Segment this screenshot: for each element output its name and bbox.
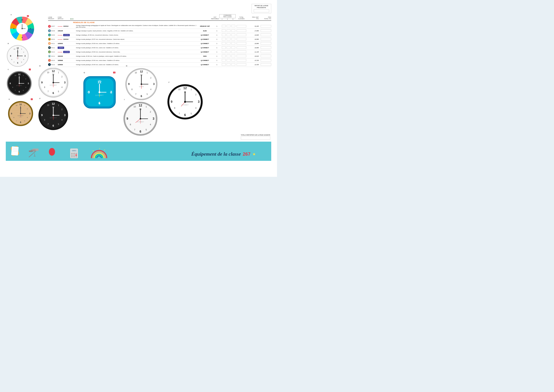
row-c1-d[interactable] (221, 38, 226, 41)
row-c3-d[interactable] (231, 38, 236, 41)
svg-text:8: 8 (44, 86, 45, 88)
svg-text:5: 5 (21, 61, 22, 63)
row-prix-total-g[interactable] (259, 50, 271, 53)
badge-d: D (48, 38, 51, 41)
row-c3-b[interactable] (231, 29, 236, 32)
row-c2-c[interactable] (226, 34, 231, 36)
product-row-c: C 90209 nouveau 103306 Horloge métalliqu… (48, 33, 271, 37)
row-c3-c[interactable] (231, 34, 236, 36)
row-cdt-d: 1 (213, 39, 221, 40)
svg-text:8: 8 (131, 88, 133, 91)
clock-b-item: B 12 6 9 3 11 10 1 2 4 5 7 8 (7, 45, 29, 68)
row-c1-b[interactable] (221, 29, 226, 32)
row-ligne-f: F 90212 (48, 46, 58, 49)
badge-i: I (48, 59, 51, 62)
row-prix-total-a[interactable] (259, 25, 271, 28)
row-c2-i[interactable] (226, 59, 231, 62)
row-c3-g[interactable] (231, 50, 236, 53)
header-eco: ECO (70, 18, 76, 20)
row-brand-c: Q-CONNECT (197, 34, 213, 36)
svg-text:10: 10 (178, 88, 180, 91)
svg-text:12: 12 (52, 70, 55, 73)
row-total-e[interactable] (236, 42, 247, 45)
row-c1-e[interactable] (221, 42, 226, 45)
row-prix-i: 13,72€ (247, 60, 259, 61)
row-prix-total-j[interactable] (259, 63, 271, 66)
footer-deco-rainbow: ★ ★ ★ (90, 147, 108, 160)
row-prix-total-c[interactable] (259, 34, 271, 36)
product-row-i: I 90215 165068 Horloge murale plastique,… (48, 58, 271, 63)
header-prix-total: PRIXTOTAL TTC (259, 16, 271, 20)
row-total-i[interactable] (236, 59, 247, 62)
svg-point-156 (140, 118, 141, 119)
row-prix-total-b[interactable] (259, 29, 271, 32)
badge-a: A (48, 25, 51, 28)
row-code-h: 102103 (58, 55, 70, 57)
svg-text:3: 3 (30, 28, 31, 30)
svg-text:2: 2 (150, 111, 151, 113)
row-c2-e[interactable] (226, 42, 231, 45)
row-c3-f[interactable] (231, 46, 236, 49)
row-total-c[interactable] (236, 34, 247, 36)
row-ligne-i: I 90215 (48, 59, 58, 62)
row-prix-total-i[interactable] (259, 59, 271, 62)
row-cdt-i: 1 (213, 60, 221, 61)
row-c1-c[interactable] (221, 34, 226, 36)
row-prix-total-h[interactable] (259, 55, 271, 57)
row-total-h[interactable] (236, 55, 247, 57)
svg-text:2: 2 (61, 76, 63, 78)
svg-text:12: 12 (139, 104, 142, 107)
row-brand-b: ALBA (197, 30, 213, 32)
row-c2-g[interactable] (226, 50, 231, 53)
row-c3-h[interactable] (231, 55, 236, 58)
row-c2-a[interactable] (226, 25, 231, 28)
row-desc-f: Horloge murale plastique, Ø 300 mm, colo… (76, 47, 197, 49)
row-c3-a[interactable] (231, 25, 236, 28)
row-brand-f: Q-CONNECT (197, 47, 213, 49)
row-c2-h[interactable] (226, 55, 231, 58)
row-c1-g[interactable] (221, 50, 226, 53)
header-cdt: CDTINDIVISIBLE (211, 16, 219, 20)
row-desc-a: Horloge d'apprentissage pédagogique et r… (76, 25, 197, 28)
row-c2-f[interactable] (226, 46, 231, 49)
row-c1-h[interactable] (221, 55, 226, 58)
svg-text:5: 5 (191, 112, 192, 115)
row-c2-j[interactable] (226, 63, 231, 66)
row-total-j[interactable] (236, 63, 247, 66)
row-ligne-h: H 90214 (48, 55, 58, 57)
svg-text:1: 1 (58, 104, 59, 106)
svg-text:7: 7 (179, 112, 180, 115)
row-c3-i[interactable] (231, 59, 236, 62)
clock-a-item: n A (10, 16, 35, 42)
clock-g-item: n G 12 6 9 3 Q-CONNECT (83, 76, 116, 110)
svg-text:Q-CONNECT: Q-CONNECT (50, 117, 57, 118)
row-total-a[interactable] (236, 25, 247, 28)
badge-f: F (48, 46, 51, 49)
row-c2-d[interactable] (226, 38, 231, 41)
svg-text:4: 4 (150, 123, 151, 126)
row-c1-i[interactable] (221, 59, 226, 62)
clock-b-label: B (8, 43, 9, 44)
row-total-f[interactable] (236, 46, 247, 49)
row-c3-j[interactable] (231, 63, 236, 66)
row-prix-total-f[interactable] (259, 46, 271, 49)
row-c1-j[interactable] (221, 63, 226, 66)
header-col3: 3 (233, 18, 233, 20)
svg-text:10: 10 (134, 105, 136, 108)
footer-calculator-icon: MARS (69, 147, 79, 159)
row-desc-e: Horloge murale plastique, Ø 300 mm, colo… (76, 43, 197, 44)
row-prix-total-d[interactable] (259, 38, 271, 41)
row-c1-a[interactable] (221, 25, 226, 28)
svg-text:7: 7 (134, 129, 135, 131)
ligne-num-i: 90215 (51, 60, 55, 61)
row-total-b[interactable] (236, 29, 247, 32)
row-c3-e[interactable] (231, 42, 236, 45)
row-c1-f[interactable] (221, 46, 226, 49)
row-total-d[interactable] (236, 38, 247, 41)
nouveau-tag-d: nouveau (58, 39, 63, 40)
row-total-g[interactable] (236, 50, 247, 53)
row-prix-total-e[interactable] (259, 42, 271, 45)
code-a: 103312 (63, 25, 68, 27)
row-c2-b[interactable] (226, 29, 231, 32)
svg-rect-198 (75, 154, 77, 156)
